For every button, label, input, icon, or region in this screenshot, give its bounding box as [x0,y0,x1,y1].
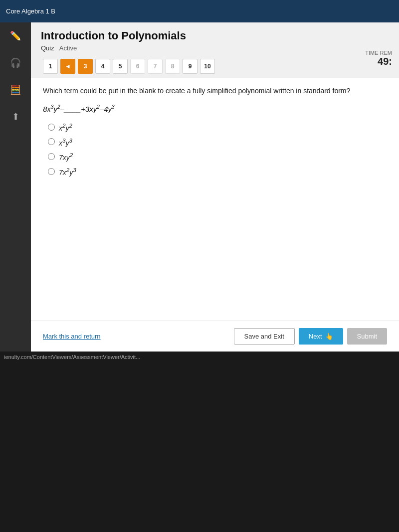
choice-a-label: x2y2 [59,122,72,132]
timer-area: TIME REM 49: [365,50,392,67]
nav-btn-8[interactable]: 8 [165,59,180,74]
choice-b[interactable]: x3y3 [48,137,387,147]
mark-return-button[interactable]: Mark this and return [43,333,101,340]
nav-btn-5[interactable]: 5 [113,59,128,74]
choice-d-label: 7x2y3 [59,167,76,177]
timer-label: TIME REM [365,50,392,56]
status-url: ienulty.com/ContentViewers/AssessmentVie… [4,354,140,360]
right-content: Introduction to Polynomials Quiz Active … [31,22,399,352]
radio-b[interactable] [48,138,55,145]
question-content: Which term could be put in the blank to … [31,78,399,321]
quiz-active-label: Active [59,44,77,52]
answer-choices: x2y2 x3y3 7xy2 7x2y3 [43,122,387,177]
content-wrapper: ✏️ 🎧 🧮 ⬆ Introduction to Polynomials Qui… [0,22,399,352]
nav-btn-10[interactable]: 10 [200,59,215,74]
cursor-icon: 👆 [325,333,333,340]
bottom-buttons: Save and Exit Next 👆 Submit [234,328,387,345]
radio-c[interactable] [48,153,55,160]
submit-button[interactable]: Submit [347,328,387,345]
dark-bottom-area [0,362,399,532]
calculator-icon[interactable]: 🧮 [6,80,25,99]
question-text: Which term could be put in the blank to … [43,86,387,96]
radio-a[interactable] [48,124,55,131]
pencil-icon[interactable]: ✏️ [6,26,25,45]
choice-d[interactable]: 7x2y3 [48,167,387,177]
arrow-up-icon[interactable]: ⬆ [6,107,25,126]
next-label: Next [309,333,322,340]
sidebar: ✏️ 🎧 🧮 ⬆ [0,22,31,352]
headphone-icon[interactable]: 🎧 [6,53,25,72]
choice-c[interactable]: 7xy2 [48,152,387,162]
status-bar: ienulty.com/ContentViewers/AssessmentVie… [0,352,399,362]
choice-b-label: x3y3 [59,137,72,147]
question-area: Which term could be put in the blank to … [31,78,399,352]
next-button[interactable]: Next 👆 [299,328,343,345]
nav-btn-6[interactable]: 6 [130,59,145,74]
quiz-header: Introduction to Polynomials Quiz Active [31,22,399,55]
nav-btn-9[interactable]: 9 [183,59,198,74]
quiz-title: Introduction to Polynomials [41,29,389,42]
save-exit-button[interactable]: Save and Exit [234,328,295,345]
nav-btn-7[interactable]: 7 [148,59,163,74]
bottom-bar: Mark this and return Save and Exit Next … [31,321,399,352]
nav-btn-3[interactable]: 3 [78,59,93,74]
quiz-status-label: Quiz [41,44,54,52]
top-bar: Core Algebra 1 B [0,0,399,22]
nav-btn-1[interactable]: 1 [43,59,58,74]
nav-btn-back[interactable]: ◄ [60,59,75,74]
radio-d[interactable] [48,168,55,175]
question-navigation: 1 ◄ 3 4 5 6 7 8 9 10 [31,55,399,78]
top-bar-title: Core Algebra 1 B [6,7,55,15]
timer-value: 49: [365,56,392,67]
nav-btn-4[interactable]: 4 [95,59,110,74]
choice-c-label: 7xy2 [59,152,73,162]
math-expression: 8x3y2–____+3xy2–4y3 [43,104,387,113]
choice-a[interactable]: x2y2 [48,122,387,132]
quiz-meta: Quiz Active [41,44,389,52]
